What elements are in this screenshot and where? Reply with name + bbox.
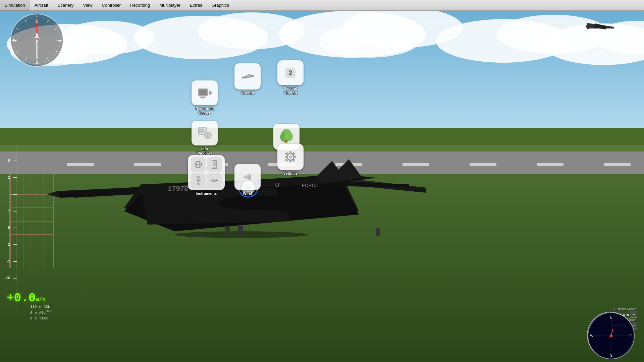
svg-point-105 <box>202 97 204 99</box>
menubar: SimulationAircraftSceneryViewControllerR… <box>0 0 644 11</box>
svg-point-135 <box>289 155 292 159</box>
menu-recording[interactable]: Recording <box>125 0 155 11</box>
svg-text:2: 2 <box>288 69 292 76</box>
svg-line-129 <box>198 183 200 185</box>
svg-point-40 <box>258 198 325 211</box>
svg-rect-25 <box>604 163 631 166</box>
svg-point-124 <box>214 167 215 168</box>
menu-view[interactable]: View <box>78 0 97 11</box>
distant-aircraft <box>584 20 617 36</box>
svg-line-132 <box>216 179 217 180</box>
svg-rect-139 <box>293 156 296 158</box>
wind-btn-el[interactable]: Wind <box>231 161 264 198</box>
svg-rect-24 <box>537 163 564 166</box>
display-mode-label: Display Mode: <box>613 307 637 311</box>
svg-rect-138 <box>285 156 287 158</box>
svg-rect-136 <box>289 151 291 154</box>
wind-label: Wind <box>243 191 252 196</box>
compass: N S E W <box>10 13 64 67</box>
svg-text:-10: -10 <box>5 276 10 280</box>
menu-simulation[interactable]: Simulation <box>0 0 30 11</box>
svg-rect-48 <box>225 226 230 236</box>
svg-rect-131 <box>212 180 215 182</box>
svg-text:2: 2 <box>8 209 10 213</box>
speed-tape: 5 2 - 2 5 -2 -5 -10 <box>0 144 17 312</box>
speed-unit: m/s <box>36 297 45 303</box>
menu-controller[interactable]: Controller <box>97 0 125 11</box>
menu-graphics[interactable]: Graphics <box>207 0 234 11</box>
svg-text:-: - <box>10 192 11 196</box>
svg-rect-113 <box>199 131 205 132</box>
svg-rect-114 <box>199 133 202 133</box>
info-windows-btn[interactable]: i InfoWindows <box>188 121 221 158</box>
svg-rect-49 <box>238 226 243 236</box>
svg-rect-14 <box>0 128 644 145</box>
svg-point-8 <box>319 24 419 58</box>
menu-aircraft[interactable]: Aircraft <box>30 0 53 11</box>
svg-rect-112 <box>199 129 204 130</box>
aircraft-label: Aircraft <box>241 91 254 95</box>
info-windows-label: InfoWindows <box>197 147 213 156</box>
svg-rect-123 <box>213 162 216 166</box>
instruments-btn-el[interactable]: Instruments <box>188 161 225 198</box>
svg-text:i: i <box>207 133 209 138</box>
svg-text:-5: -5 <box>7 259 10 263</box>
alt-asl-value: 339 m <box>30 305 41 309</box>
minimap: N S E W <box>587 312 634 359</box>
svg-text:E: E <box>630 334 632 338</box>
menu-multiplayer[interactable]: Multiplayer <box>155 0 185 11</box>
svg-text:N: N <box>610 316 612 320</box>
svg-text:17978: 17978 <box>168 184 188 193</box>
svg-text:5: 5 <box>8 226 10 230</box>
svg-text:S: S <box>610 354 612 357</box>
aircraft-btn[interactable]: Aircraft <box>231 60 264 97</box>
recording-center-btn[interactable]: RecordingCenter <box>188 80 221 117</box>
time-value: 0 s <box>30 316 37 320</box>
svg-text:2: 2 <box>8 176 10 179</box>
icon-grid: RecordingCenter Aircraft 2 <box>188 80 307 198</box>
svg-rect-102 <box>199 89 207 95</box>
svg-text:-2: -2 <box>7 243 10 246</box>
ms-label: m/s <box>47 308 53 313</box>
svg-marker-103 <box>209 90 212 95</box>
second-aircraft-btn[interactable]: 2 SecondAircraft <box>274 60 307 97</box>
svg-line-128 <box>197 183 198 185</box>
svg-point-117 <box>285 132 293 141</box>
svg-text:5: 5 <box>8 159 10 163</box>
menu-scenery[interactable]: Scenery <box>53 0 78 11</box>
alt-agl-label: AGL <box>39 311 46 315</box>
svg-rect-50 <box>376 228 380 236</box>
svg-rect-137 <box>289 160 291 163</box>
time-label: Time <box>39 316 48 320</box>
svg-text:W: W <box>590 334 593 338</box>
svg-point-125 <box>197 176 200 179</box>
instruments-label: Instruments <box>196 191 217 196</box>
settings-label: Settings <box>283 171 298 176</box>
alt-agl-value: 0 m <box>30 311 37 315</box>
menu-extras[interactable]: Extras <box>185 0 207 11</box>
recording-center-label: RecordingCenter <box>196 107 214 115</box>
settings-btn-el[interactable]: Settings <box>274 141 307 178</box>
svg-rect-23 <box>470 163 496 166</box>
second-aircraft-label: SecondAircraft <box>284 86 297 95</box>
